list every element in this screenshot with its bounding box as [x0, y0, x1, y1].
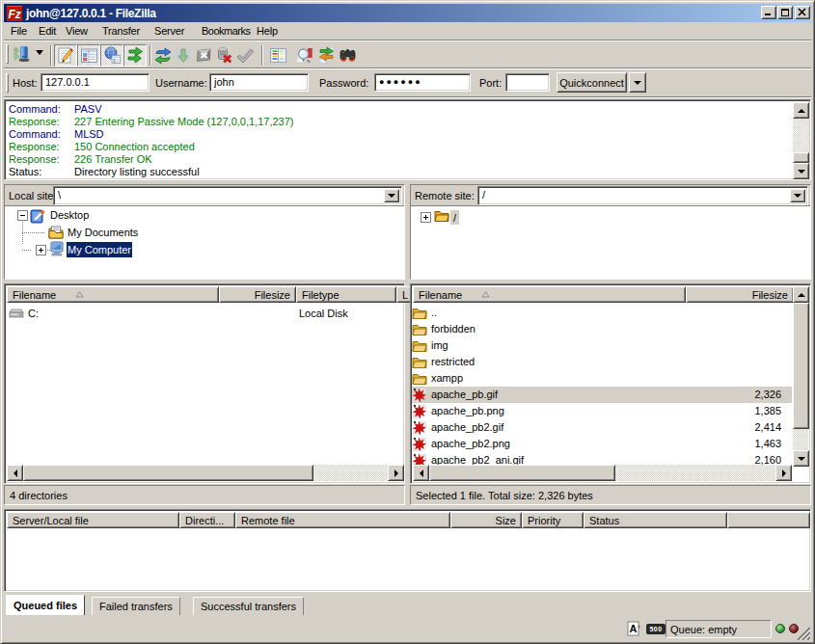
svg-text:A: A — [630, 623, 638, 634]
svg-text:Fz: Fz — [9, 7, 21, 20]
